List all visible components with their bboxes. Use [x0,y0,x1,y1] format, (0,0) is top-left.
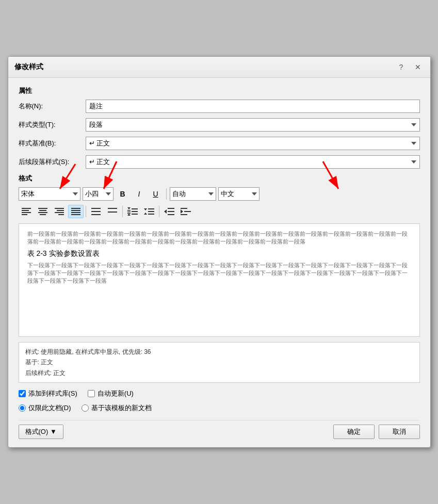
ok-button[interactable]: 确定 [333,425,375,439]
svg-rect-18 [71,208,80,209]
font-lang-select[interactable]: 中文 [218,187,259,201]
svg-rect-8 [22,212,31,213]
svg-rect-22 [91,208,101,209]
svg-rect-9 [22,214,27,215]
svg-rect-14 [55,208,64,209]
style-base-select[interactable]: ↵ 正文 [86,137,420,150]
svg-rect-39 [181,208,187,209]
this-doc-label: 仅限此文档(D) [28,403,71,413]
svg-rect-11 [39,210,46,211]
dialog-footer: 格式(O) ▼ 确定 取消 [19,420,420,439]
style-type-label: 样式类型(T): [19,120,86,129]
title-bar-buttons: ? ✕ [395,61,424,73]
this-doc-radio-label[interactable]: 仅限此文档(D) [19,403,71,413]
align-left-button[interactable] [19,205,34,218]
indent-button[interactable] [178,205,193,218]
add-to-library-checkbox-label[interactable]: 添加到样式库(S) [19,389,77,398]
bottom-checkboxes: 添加到样式库(S) 自动更新(U) [19,389,420,398]
svg-rect-20 [71,212,80,213]
underline-button[interactable]: U [149,187,163,201]
svg-rect-38 [168,214,174,215]
style-info-line1: 样式: 使用前隐藏, 在样式库中显示, 优先级: 36 [25,347,413,357]
font-color-select[interactable]: 自动 [170,187,216,201]
add-to-library-checkbox[interactable] [19,390,26,397]
line-spacing-down-button[interactable] [141,205,157,218]
preview-next-text: 下一段落下一段落下一段落下一段落下一段落下一段落下一段落下一段落下一段落下一段落… [27,262,411,285]
this-doc-radio[interactable] [19,404,26,412]
auto-update-checkbox[interactable] [88,390,95,397]
outdent-button[interactable] [161,205,177,218]
bold-button[interactable]: B [116,187,130,201]
auto-update-checkbox-label[interactable]: 自动更新(U) [88,389,134,398]
template-label: 基于该模板的新文档 [91,403,152,413]
line-spacing-up-button[interactable] [125,205,140,218]
svg-rect-6 [22,208,31,209]
name-input[interactable] [86,100,420,113]
svg-rect-40 [184,211,191,212]
svg-rect-30 [132,208,138,209]
preview-box: 前一段落前一段落前一段落前一段落前一段落前一段落前一段落前一段落前一段落前一段落… [19,223,420,337]
italic-button[interactable]: I [132,187,147,201]
format-section-label: 格式 [19,174,420,183]
svg-rect-23 [91,211,101,212]
name-label: 名称(N): [19,102,86,111]
svg-rect-34 [148,211,154,212]
font-select[interactable]: 宋体 [19,187,80,201]
next-style-row: 后续段落样式(S): ↵ 正文 [19,155,420,169]
svg-rect-31 [132,211,138,212]
template-radio[interactable] [82,404,89,412]
preview-prev-text: 前一段落前一段落前一段落前一段落前一段落前一段落前一段落前一段落前一段落前一段落… [27,230,411,246]
modify-style-dialog: 修改样式 ? ✕ 属性 名称(N): 样式类型(T): 段落 样式基准(B): … [8,56,431,448]
svg-rect-26 [108,212,117,213]
align-toolbar [19,205,420,218]
double-space-button[interactable] [105,205,120,218]
cancel-button[interactable]: 取消 [379,425,420,439]
style-base-label: 样式基准(B): [19,139,86,148]
svg-rect-41 [181,214,187,215]
svg-rect-24 [91,214,101,215]
next-style-select[interactable]: ↵ 正文 [86,155,420,169]
help-button[interactable]: ? [395,61,408,73]
svg-rect-17 [58,214,64,215]
svg-rect-32 [132,214,138,215]
style-info-line3: 后续样式: 正文 [25,368,413,378]
dialog-body: 属性 名称(N): 样式类型(T): 段落 样式基准(B): ↵ 正文 后续段落… [8,78,430,447]
font-size-select[interactable]: 小四 [83,187,113,201]
bottom-radios: 仅限此文档(D) 基于该模板的新文档 [19,403,420,413]
next-style-label: 后续段落样式(S): [19,157,86,167]
svg-rect-28 [127,212,131,213]
name-row: 名称(N): [19,100,420,113]
toolbar-sep [166,188,167,200]
format-toolbar: 宋体 小四 B I U 自动 中文 [19,187,420,201]
preview-main-text: 表 2-3 实验参数设置表 [27,249,411,258]
single-space-button[interactable] [88,205,104,218]
svg-rect-27 [127,210,131,211]
svg-rect-37 [168,211,174,212]
svg-rect-15 [57,210,64,211]
align-right-button[interactable] [52,205,67,218]
template-radio-label[interactable]: 基于该模板的新文档 [82,403,152,413]
add-to-library-label: 添加到样式库(S) [28,389,77,398]
close-button[interactable]: ✕ [412,61,424,73]
svg-rect-13 [40,214,46,215]
auto-update-label: 自动更新(U) [98,389,134,398]
svg-rect-35 [148,214,154,215]
properties-section-label: 属性 [19,86,420,95]
style-type-select[interactable]: 段落 [86,118,420,132]
svg-rect-10 [38,208,47,209]
svg-rect-33 [148,208,154,209]
dialog-title: 修改样式 [14,62,43,72]
style-info-box: 样式: 使用前隐藏, 在样式库中显示, 优先级: 36 基于: 正文 后续样式:… [19,342,420,383]
align-sep3 [159,206,159,217]
svg-rect-7 [22,210,29,211]
align-center-button[interactable] [35,205,51,218]
svg-rect-19 [71,210,80,211]
align-justify-button[interactable] [68,205,84,218]
style-info-line2: 基于: 正文 [25,357,413,367]
format-button[interactable]: 格式(O) ▼ [19,425,63,439]
svg-rect-16 [55,212,64,213]
svg-rect-25 [108,208,117,209]
style-base-row: 样式基准(B): ↵ 正文 [19,137,420,150]
align-sep2 [122,206,123,217]
svg-rect-21 [71,214,80,215]
